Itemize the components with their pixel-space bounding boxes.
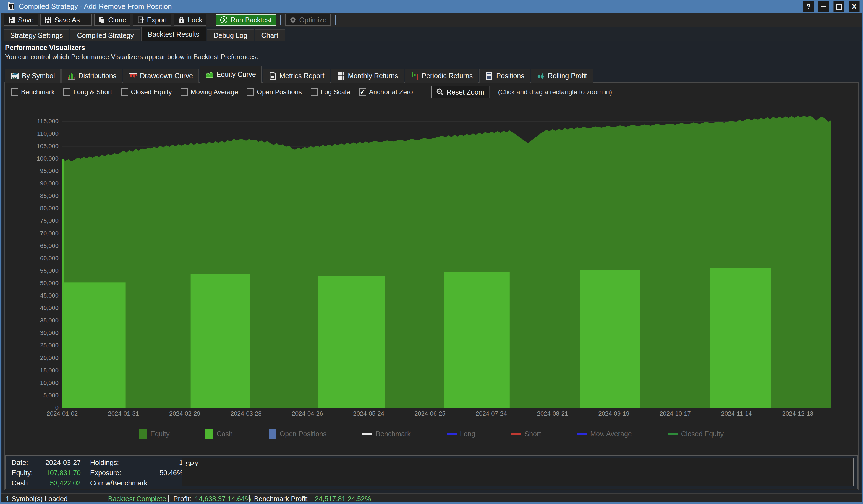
y-axis-label: 20,000	[0, 354, 59, 362]
backtest-preferences-link[interactable]: Backtest Preferences	[193, 53, 257, 61]
tab-compiled-strategy[interactable]: Compiled Strategy	[70, 29, 140, 41]
x-axis-label: 2024-05-24	[353, 410, 384, 417]
tab-monthly-returns[interactable]: Monthly Returns	[331, 68, 404, 83]
mov-average-swatch	[577, 433, 587, 434]
y-axis-label: 40,000	[0, 304, 59, 312]
minimize-button[interactable]	[818, 1, 829, 12]
symbol-list-box[interactable]: SPY	[182, 457, 854, 486]
drawdown-curve-icon	[129, 72, 137, 80]
maximize-button[interactable]	[834, 1, 845, 12]
reset-zoom-button[interactable]: Reset Zoom	[431, 86, 489, 98]
short-swatch	[511, 433, 521, 434]
tab-distributions[interactable]: Distributions	[61, 68, 122, 83]
holdings-label: Holdings:	[90, 459, 119, 467]
chart-legend: Equity Cash Open Positions Benchmark Lon…	[0, 429, 863, 439]
tab-drawdown-curve[interactable]: Drawdown Curve	[123, 68, 199, 83]
y-axis-label: 25,000	[0, 342, 59, 350]
corr-benchmark-label: Corr w/Benchmark:	[90, 479, 149, 487]
main-tab-bar: Strategy Settings Compiled Strategy Back…	[1, 27, 863, 41]
checkbox-closed-equity[interactable]: Closed Equity	[121, 88, 172, 96]
toolbar-separator	[335, 15, 336, 25]
application-window: Compiled Strategy - Add Remove From Posi…	[0, 0, 863, 504]
x-axis-label: 2024-08-21	[537, 410, 568, 417]
checkbox-long-short[interactable]: Long & Short	[63, 88, 112, 96]
tab-chart[interactable]: Chart	[255, 29, 285, 41]
export-button[interactable]: Export	[133, 14, 171, 26]
controls-separator	[422, 87, 422, 97]
checkbox-box	[11, 88, 18, 96]
app-icon	[7, 2, 15, 11]
toolbar-separator	[280, 15, 281, 25]
symbols-loaded-status: 1 Symbol(s) Loaded	[6, 495, 68, 503]
checkbox-box	[181, 88, 188, 96]
periodic-returns-icon	[411, 72, 419, 80]
y-axis-label: 55,000	[0, 267, 59, 275]
x-axis-label: 2024-04-26	[292, 410, 323, 417]
equity-curve-chart[interactable]	[62, 113, 831, 408]
y-axis-label: 10,000	[0, 379, 59, 387]
save-icon	[8, 16, 15, 24]
tab-debug-log[interactable]: Debug Log	[207, 29, 254, 41]
save-button[interactable]: Save	[4, 14, 38, 26]
y-axis-label: 80,000	[0, 205, 59, 213]
y-axis-label: 30,000	[0, 329, 59, 337]
tab-rolling-profit[interactable]: Rolling Profit	[531, 68, 593, 83]
checkbox-benchmark[interactable]: Benchmark	[11, 88, 54, 96]
checkbox-anchor-at-zero[interactable]: ✓Anchor at Zero	[359, 88, 413, 96]
svg-text:ABC: ABC	[12, 73, 18, 76]
tab-equity-curve[interactable]: Equity Curve	[200, 66, 262, 83]
y-axis-label: 85,000	[0, 192, 59, 200]
status-separator	[249, 495, 250, 502]
save-as-button[interactable]: Save As ...	[40, 14, 92, 26]
tab-periodic-returns[interactable]: Periodic Returns	[405, 68, 479, 83]
minimize-icon	[821, 6, 826, 7]
x-axis-label: 2024-11-14	[721, 410, 752, 417]
equity-value: 107,831.70	[37, 469, 81, 477]
cash-swatch	[205, 429, 213, 439]
maximize-icon	[836, 3, 842, 10]
date-label: Date:	[12, 459, 28, 467]
help-button[interactable]: ?	[803, 1, 814, 12]
export-icon	[137, 16, 144, 24]
profit-label: Profit:	[173, 495, 191, 503]
equity-swatch	[139, 429, 147, 439]
rolling-profit-icon	[537, 72, 545, 80]
profit-value: 14,638.37 14.64%	[195, 495, 251, 503]
status-bar: 1 Symbol(s) Loaded Backtest Complete Pro…	[1, 493, 862, 503]
lock-icon	[178, 16, 185, 24]
open-positions-swatch	[269, 429, 276, 439]
tab-backtest-results[interactable]: Backtest Results	[141, 27, 206, 41]
equity-curve-icon	[205, 71, 214, 79]
optimize-button[interactable]: Optimize	[285, 14, 331, 26]
lock-button[interactable]: Lock	[174, 14, 207, 26]
checkbox-open-positions[interactable]: Open Positions	[247, 88, 302, 96]
save-as-icon	[45, 16, 52, 24]
distributions-icon	[67, 72, 75, 80]
cash-value: 53,422.02	[37, 479, 81, 487]
checkbox-box	[121, 88, 128, 96]
benchmark-profit-label: Benchmark Profit:	[254, 495, 309, 503]
holdings-value: 1	[128, 459, 183, 467]
tab-by-symbol[interactable]: ABC DEF By Symbol	[5, 68, 61, 83]
y-axis-label: 45,000	[0, 292, 59, 300]
y-axis-label: 5,000	[0, 392, 59, 400]
x-axis-label: 2024-06-25	[414, 410, 446, 417]
exposure-label: Exposure:	[90, 469, 121, 477]
x-axis-label: 2024-02-29	[169, 410, 200, 417]
run-backtest-button[interactable]: Run Backtest	[216, 14, 276, 26]
y-axis-label: 50,000	[0, 280, 59, 287]
benchmark-profit-value: 24,517.81 24.52%	[315, 495, 371, 503]
close-button[interactable]: X	[849, 1, 860, 12]
x-axis-label: 2024-09-19	[598, 410, 629, 417]
backtest-status: Backtest Complete	[108, 495, 166, 503]
clone-button[interactable]: Clone	[94, 14, 130, 26]
tab-metrics-report[interactable]: Metrics Report	[263, 68, 330, 83]
tab-strategy-settings[interactable]: Strategy Settings	[3, 29, 70, 41]
optimize-icon	[289, 16, 297, 24]
checkbox-log-scale[interactable]: Log Scale	[311, 88, 350, 96]
tab-positions[interactable]: Positions	[479, 68, 530, 83]
checkbox-moving-average[interactable]: Moving Average	[181, 88, 238, 96]
visualizers-subtitle: You can control which Performance Visual…	[5, 53, 259, 61]
x-axis-label: 2024-01-31	[108, 410, 139, 417]
legend-benchmark: Benchmark	[362, 430, 411, 438]
